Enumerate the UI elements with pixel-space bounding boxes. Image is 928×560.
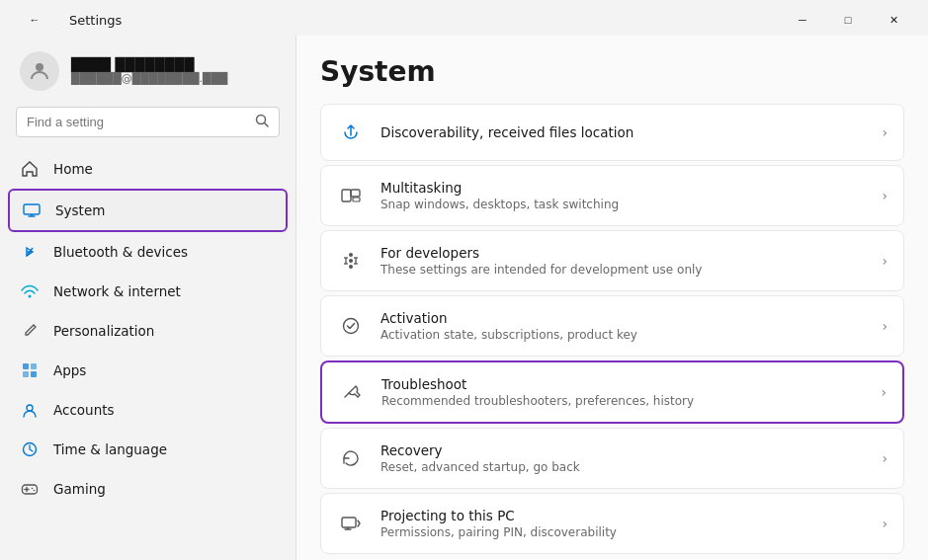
search-icon — [255, 114, 269, 130]
minimize-button[interactable]: ─ — [780, 6, 825, 34]
settings-item-troubleshoot-title: Troubleshoot — [381, 376, 865, 392]
apps-icon — [20, 360, 40, 380]
title-bar-left: ← Settings — [12, 6, 122, 34]
svg-point-0 — [36, 63, 43, 71]
settings-item-discoverability-text: Discoverability, received files location — [380, 124, 866, 140]
search-input[interactable] — [27, 115, 247, 129]
time-icon — [20, 440, 40, 459]
title-bar: ← Settings ─ □ ✕ — [0, 0, 928, 36]
user-info: ████ ████████ ██████@████████.███ — [71, 57, 227, 85]
recovery-icon — [337, 444, 365, 472]
page-title: System — [320, 55, 904, 88]
settings-item-activation-desc: Activation state, subscriptions, product… — [380, 328, 866, 342]
settings-item-activation-title: Activation — [380, 310, 866, 326]
settings-list: Discoverability, received files location… — [320, 104, 904, 554]
settings-item-developers[interactable]: For developers These settings are intend… — [320, 230, 904, 291]
sidebar-item-label-accounts: Accounts — [53, 402, 115, 418]
svg-point-30 — [344, 319, 359, 334]
sidebar: ████ ████████ ██████@████████.███ — [0, 36, 296, 560]
svg-point-23 — [349, 265, 353, 269]
sidebar-item-home[interactable]: Home — [8, 149, 288, 189]
settings-item-developers-title: For developers — [380, 245, 866, 261]
svg-rect-7 — [23, 363, 29, 369]
network-icon — [20, 281, 40, 301]
settings-item-troubleshoot-text: Troubleshoot Recommended troubleshooters… — [381, 376, 865, 408]
accounts-icon — [20, 400, 40, 420]
settings-item-developers-desc: These settings are intended for developm… — [380, 263, 866, 277]
chevron-right-icon: › — [882, 450, 887, 466]
chevron-right-icon: › — [882, 124, 887, 140]
svg-point-21 — [349, 259, 353, 263]
svg-point-16 — [32, 488, 34, 490]
projecting-icon — [337, 510, 365, 537]
sidebar-item-bluetooth[interactable]: Bluetooth & devices — [8, 232, 288, 272]
svg-rect-19 — [351, 190, 360, 197]
search-box[interactable] — [16, 107, 280, 137]
svg-rect-8 — [31, 363, 37, 369]
troubleshoot-icon — [338, 378, 366, 406]
chevron-right-icon: › — [882, 318, 887, 334]
svg-rect-9 — [23, 371, 29, 377]
sidebar-item-label-gaming: Gaming — [53, 481, 106, 497]
sidebar-item-label-network: Network & internet — [53, 283, 181, 299]
settings-item-recovery-title: Recovery — [380, 442, 866, 458]
window-controls: ─ □ ✕ — [780, 6, 916, 34]
user-profile[interactable]: ████ ████████ ██████@████████.███ — [0, 36, 295, 103]
chevron-right-icon: › — [882, 188, 887, 203]
settings-item-recovery-text: Recovery Reset, advanced startup, go bac… — [380, 442, 866, 474]
settings-item-multitasking[interactable]: Multitasking Snap windows, desktops, tas… — [320, 165, 904, 226]
home-icon — [20, 159, 40, 179]
chevron-right-icon: › — [882, 253, 887, 269]
sidebar-item-label-apps: Apps — [53, 362, 86, 378]
settings-item-troubleshoot[interactable]: Troubleshoot Recommended troubleshooters… — [320, 360, 904, 424]
discoverability-icon — [337, 119, 365, 146]
svg-point-17 — [34, 490, 36, 492]
close-button[interactable]: ✕ — [871, 6, 916, 34]
sidebar-item-personalization[interactable]: Personalization — [8, 311, 288, 351]
back-button[interactable]: ← — [12, 6, 57, 34]
sidebar-item-label-home: Home — [53, 161, 93, 177]
chevron-right-icon: › — [881, 384, 886, 400]
main-content: System Discoverability, received files l… — [296, 36, 928, 560]
svg-rect-18 — [342, 190, 351, 201]
settings-item-activation[interactable]: Activation Activation state, subscriptio… — [320, 295, 904, 357]
nav-list: Home System — [0, 145, 295, 560]
settings-item-activation-text: Activation Activation state, subscriptio… — [380, 310, 866, 342]
settings-item-multitasking-title: Multitasking — [380, 180, 866, 196]
svg-rect-20 — [353, 198, 360, 201]
maximize-button[interactable]: □ — [825, 6, 871, 34]
settings-item-multitasking-desc: Snap windows, desktops, task switching — [380, 198, 866, 211]
svg-point-22 — [349, 253, 353, 257]
sidebar-item-label-personalization: Personalization — [53, 323, 154, 339]
sidebar-item-accounts[interactable]: Accounts — [8, 390, 288, 430]
app-body: ████ ████████ ██████@████████.███ — [0, 36, 928, 560]
svg-point-6 — [29, 295, 32, 298]
user-name: ████ ████████ — [71, 57, 227, 72]
settings-item-discoverability-title: Discoverability, received files location — [380, 124, 866, 140]
gaming-icon — [20, 479, 40, 499]
settings-item-discoverability[interactable]: Discoverability, received files location… — [320, 104, 904, 161]
avatar — [20, 51, 59, 91]
settings-item-projecting[interactable]: Projecting to this PC Permissions, pairi… — [320, 493, 904, 554]
sidebar-item-label-bluetooth: Bluetooth & devices — [53, 244, 188, 260]
svg-rect-3 — [24, 204, 40, 214]
sidebar-item-apps[interactable]: Apps — [8, 351, 288, 390]
user-email: ██████@████████.███ — [71, 72, 227, 85]
settings-item-multitasking-text: Multitasking Snap windows, desktops, tas… — [380, 180, 866, 211]
sidebar-item-time[interactable]: Time & language — [8, 430, 288, 469]
settings-item-troubleshoot-desc: Recommended troubleshooters, preferences… — [381, 394, 865, 408]
settings-item-projecting-text: Projecting to this PC Permissions, pairi… — [380, 508, 866, 539]
svg-rect-10 — [31, 371, 37, 377]
settings-item-developers-text: For developers These settings are intend… — [380, 245, 866, 277]
system-icon — [22, 200, 42, 220]
sidebar-item-network[interactable]: Network & internet — [8, 272, 288, 311]
svg-line-2 — [265, 123, 269, 127]
settings-item-recovery-desc: Reset, advanced startup, go back — [380, 460, 866, 474]
settings-item-recovery[interactable]: Recovery Reset, advanced startup, go bac… — [320, 428, 904, 489]
sidebar-item-system[interactable]: System — [8, 189, 288, 232]
svg-point-11 — [27, 405, 33, 411]
chevron-right-icon: › — [882, 516, 887, 531]
sidebar-item-gaming[interactable]: Gaming — [8, 469, 288, 509]
developers-icon — [337, 247, 365, 275]
bluetooth-icon — [20, 242, 40, 262]
